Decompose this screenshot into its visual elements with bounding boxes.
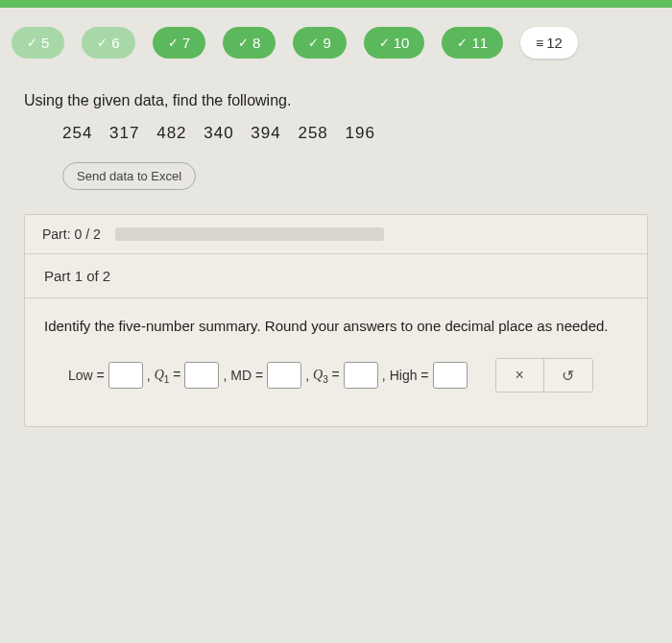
- problem-content: Using the given data, find the following…: [0, 78, 672, 441]
- nav-item-6[interactable]: ✓ 6: [82, 27, 134, 59]
- comma: ,: [223, 368, 227, 383]
- nav-num: 8: [252, 35, 260, 51]
- check-icon: ✓: [97, 36, 108, 50]
- low-input[interactable]: [108, 362, 143, 389]
- q3-input[interactable]: [344, 362, 378, 389]
- action-buttons: × ↺: [495, 358, 593, 393]
- nav-num: 5: [41, 35, 49, 51]
- nav-num: 7: [182, 35, 190, 51]
- progress-bar: [115, 227, 384, 241]
- high-input[interactable]: [433, 362, 468, 389]
- nav-num: 6: [111, 35, 119, 51]
- check-icon: ✓: [168, 36, 179, 50]
- q1-label: Q1 =: [155, 367, 181, 385]
- data-values: 254 317 482 340 394 258 196: [62, 124, 648, 143]
- low-label: Low =: [68, 368, 105, 383]
- check-icon: ✓: [379, 36, 390, 50]
- nav-num: 9: [323, 35, 330, 51]
- nav-item-12[interactable]: ≡ 12: [520, 27, 578, 59]
- send-to-excel-button[interactable]: Send data to Excel: [62, 162, 196, 190]
- answer-card: Part: 0 / 2 Part 1 of 2 Identify the fiv…: [24, 214, 648, 427]
- comma: ,: [147, 368, 151, 383]
- question-nav: ✓ 5 ✓ 6 ✓ 7 ✓ 8 ✓ 9 ✓ 10 ✓ 11 ≡ 12: [0, 8, 672, 78]
- part-body: Identify the five-number summary. Round …: [25, 298, 647, 426]
- answer-row: Low = , Q1 = , MD = , Q3 = , High = × ↺: [68, 358, 628, 393]
- check-icon: ✓: [457, 36, 468, 50]
- reset-button[interactable]: ↺: [544, 359, 592, 392]
- md-label: MD =: [230, 368, 263, 383]
- part-header: Part 1 of 2: [25, 254, 647, 298]
- check-icon: ✓: [238, 36, 249, 50]
- current-icon: ≡: [536, 36, 542, 51]
- nav-item-7[interactable]: ✓ 7: [153, 27, 205, 59]
- part-count: Part: 0 / 2: [42, 226, 101, 242]
- problem-prompt: Using the given data, find the following…: [24, 92, 648, 109]
- comma: ,: [305, 368, 309, 383]
- comma: ,: [382, 368, 386, 383]
- check-icon: ✓: [27, 36, 37, 50]
- q3-label: Q3 =: [313, 367, 340, 385]
- nav-item-11[interactable]: ✓ 11: [442, 27, 503, 59]
- nav-item-10[interactable]: ✓ 10: [364, 27, 425, 59]
- part-instruction: Identify the five-number summary. Round …: [44, 318, 628, 334]
- nav-item-8[interactable]: ✓ 8: [223, 27, 276, 59]
- nav-num: 12: [546, 35, 563, 51]
- nav-num: 11: [471, 35, 488, 51]
- md-input[interactable]: [267, 362, 301, 389]
- nav-item-5[interactable]: ✓ 5: [12, 27, 64, 59]
- nav-num: 10: [394, 35, 410, 51]
- clear-button[interactable]: ×: [496, 359, 544, 392]
- nav-item-9[interactable]: ✓ 9: [293, 27, 346, 59]
- progress-row: Part: 0 / 2: [25, 215, 647, 254]
- high-label: High =: [390, 368, 429, 383]
- q1-input[interactable]: [184, 362, 219, 389]
- check-icon: ✓: [308, 36, 319, 50]
